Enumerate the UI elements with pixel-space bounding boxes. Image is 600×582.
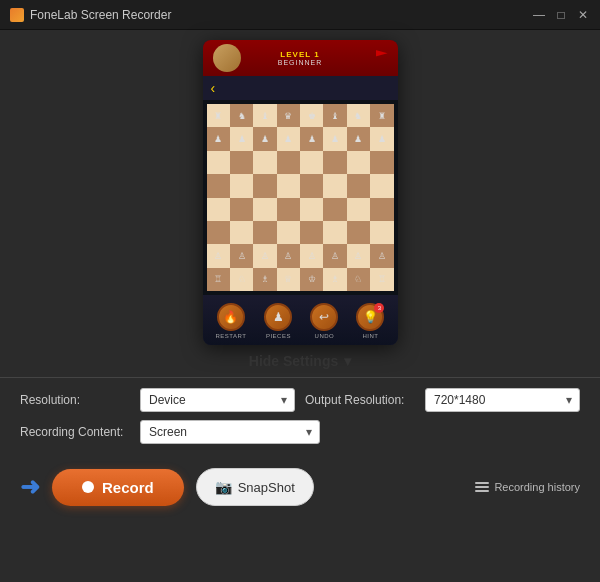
output-resolution-select[interactable]: 720*1480 1080*1920 1440*2560 (425, 388, 580, 412)
chess-cell[interactable] (323, 151, 346, 174)
chess-cell[interactable] (347, 221, 370, 244)
chess-cell[interactable] (347, 174, 370, 197)
snapshot-button[interactable]: 📷 SnapShot (196, 468, 314, 506)
chess-cell[interactable] (323, 174, 346, 197)
chess-cell[interactable]: ♞ (347, 104, 370, 127)
chess-cell[interactable]: ♜ (207, 104, 230, 127)
chess-board: ♜♞♝♛♚♝♞♜♟♟♟♟♟♟♟♟♙♙♙♙♙♙♙♙♖♘♗♕♔♗♘♖ (207, 104, 394, 291)
chess-cell[interactable] (300, 151, 323, 174)
title-bar-controls: — □ ✕ (532, 8, 590, 22)
chess-cell[interactable] (253, 151, 276, 174)
chess-cell[interactable]: ♜ (370, 104, 393, 127)
recording-history-label: Recording history (494, 481, 580, 493)
chess-cell[interactable]: ♝ (323, 104, 346, 127)
chess-cell[interactable] (230, 198, 253, 221)
snapshot-label: SnapShot (238, 480, 295, 495)
recording-content-label: Recording Content: (20, 425, 130, 439)
chess-cell[interactable]: ♟ (230, 127, 253, 150)
chess-cell[interactable] (277, 198, 300, 221)
chess-cell[interactable] (370, 151, 393, 174)
chess-level-name: BEGINNER (278, 59, 323, 66)
chess-cell[interactable]: ♟ (347, 127, 370, 150)
resolution-select-wrapper: Device 720p 1080p 4K (140, 388, 295, 412)
chess-cell[interactable]: ♟ (370, 127, 393, 150)
chess-cell[interactable] (253, 221, 276, 244)
chess-level: LEVEL 1 (278, 50, 323, 59)
chess-cell[interactable] (230, 151, 253, 174)
chess-footer: 🔥 RESTART ♟ PIECES ↩ UNDO 💡 3 HINT (203, 295, 398, 345)
chess-cell[interactable] (370, 174, 393, 197)
chess-cell[interactable]: ♟ (323, 127, 346, 150)
undo-button[interactable]: ↩ (310, 303, 338, 331)
record-button[interactable]: Record (52, 469, 184, 506)
chess-cell[interactable]: ♝ (253, 104, 276, 127)
chess-cell[interactable]: ♟ (253, 127, 276, 150)
chess-cell[interactable]: ♞ (230, 104, 253, 127)
chess-cell[interactable]: ♗ (253, 268, 276, 291)
chess-cell[interactable] (277, 174, 300, 197)
chess-cell[interactable] (207, 151, 230, 174)
recording-history-button[interactable]: Recording history (475, 481, 580, 493)
chess-cell[interactable]: ♖ (207, 268, 230, 291)
close-button[interactable]: ✕ (576, 8, 590, 22)
settings-panel: Resolution: Device 720p 1080p 4K Output … (0, 380, 600, 460)
chess-cell[interactable] (207, 174, 230, 197)
chess-cell[interactable] (323, 221, 346, 244)
chess-cell[interactable]: ♚ (300, 104, 323, 127)
resolution-select[interactable]: Device 720p 1080p 4K (140, 388, 295, 412)
chess-cell[interactable]: ♙ (370, 244, 393, 267)
chess-cell[interactable]: ♙ (230, 244, 253, 267)
chess-cell[interactable]: ♟ (207, 127, 230, 150)
chess-cell[interactable] (370, 198, 393, 221)
chess-cell[interactable]: ♟ (300, 127, 323, 150)
restart-button[interactable]: 🔥 (217, 303, 245, 331)
recording-content-select[interactable]: Screen Webcam Both (140, 420, 320, 444)
chess-cell[interactable]: ♘ (347, 268, 370, 291)
chess-cell[interactable] (230, 221, 253, 244)
hide-settings-toggle[interactable]: Hide Settings ▾ (249, 345, 351, 377)
chess-cell[interactable]: ♟ (277, 127, 300, 150)
chess-cell[interactable] (207, 221, 230, 244)
chess-cell[interactable]: ♕ (277, 268, 300, 291)
chess-cell[interactable] (277, 151, 300, 174)
chess-cell[interactable]: ♙ (300, 244, 323, 267)
recording-content-row: Recording Content: Screen Webcam Both (20, 420, 580, 444)
hint-button[interactable]: 💡 3 (356, 303, 384, 331)
chess-cell[interactable] (207, 198, 230, 221)
chess-cell[interactable] (347, 198, 370, 221)
menu-line-1 (475, 482, 489, 484)
chess-cell[interactable]: ♙ (277, 244, 300, 267)
back-arrow-icon[interactable]: ‹ (211, 80, 216, 96)
minimize-button[interactable]: — (532, 8, 546, 22)
chess-cell[interactable]: ♔ (300, 268, 323, 291)
chess-cell[interactable] (323, 198, 346, 221)
output-resolution-select-wrapper: 720*1480 1080*1920 1440*2560 (425, 388, 580, 412)
chess-cell[interactable]: ♗ (323, 268, 346, 291)
chess-cell[interactable] (370, 221, 393, 244)
chess-cell[interactable]: ♖ (370, 268, 393, 291)
menu-line-3 (475, 490, 489, 492)
chess-cell[interactable] (300, 198, 323, 221)
chess-cell[interactable] (277, 221, 300, 244)
main-content: LEVEL 1 BEGINNER ‹ ♜♞♝♛♚♝♞♜♟♟♟♟♟♟♟♟♙♙♙♙♙… (0, 30, 600, 377)
chess-cell[interactable]: ♙ (253, 244, 276, 267)
maximize-button[interactable]: □ (554, 8, 568, 22)
hide-settings-label: Hide Settings (249, 353, 338, 369)
chess-cell[interactable] (347, 151, 370, 174)
hint-badge: 3 (374, 303, 384, 313)
pieces-button[interactable]: ♟ (264, 303, 292, 331)
chess-cell[interactable]: ♛ (277, 104, 300, 127)
chess-cell[interactable] (253, 174, 276, 197)
chess-cell[interactable] (230, 174, 253, 197)
chess-cell[interactable]: ♙ (347, 244, 370, 267)
output-resolution-label: Output Resolution: (305, 393, 415, 407)
chess-cell[interactable] (300, 221, 323, 244)
chess-cell[interactable]: ♙ (323, 244, 346, 267)
chess-cell[interactable] (253, 198, 276, 221)
resolution-label: Resolution: (20, 393, 130, 407)
chess-cell[interactable] (300, 174, 323, 197)
hint-label: HINT (362, 333, 378, 339)
chess-cell[interactable]: ♙ (207, 244, 230, 267)
chess-cell[interactable]: ♘ (230, 268, 253, 291)
chess-header: LEVEL 1 BEGINNER (203, 40, 398, 76)
